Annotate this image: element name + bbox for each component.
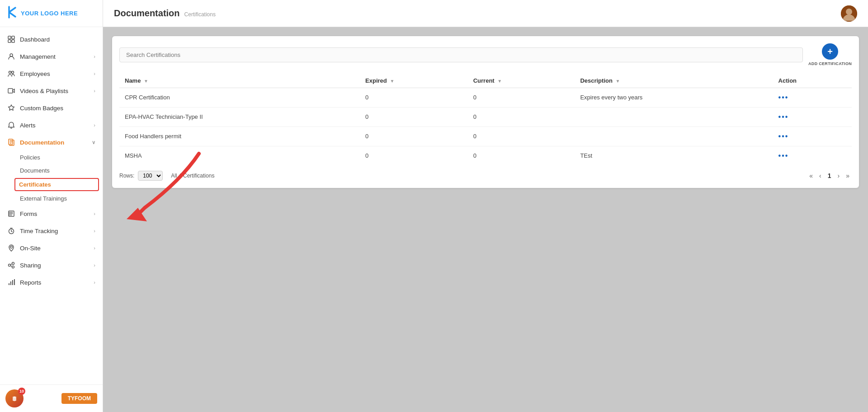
cell-expired: 0 <box>360 88 468 107</box>
col-expired[interactable]: Expired ▼ <box>360 74 468 88</box>
on-site-chevron: › <box>94 245 95 251</box>
sidebar-item-reports-label: Reports <box>20 279 41 286</box>
logo-text: YOUR LOGO HERE <box>21 10 78 17</box>
management-chevron: › <box>94 54 95 59</box>
sidebar-item-forms-label: Forms <box>20 211 37 217</box>
cell-action: ••• <box>773 146 852 165</box>
sidebar-item-employees[interactable]: Employees › <box>0 65 103 82</box>
main-content: Documentation Certifications + ADD CERTI… <box>103 0 868 412</box>
documentation-chevron: ∨ <box>92 140 95 145</box>
dashboard-icon <box>7 35 15 43</box>
add-button-label: ADD CERTIFICATION <box>808 61 852 66</box>
cell-action: ••• <box>773 107 852 126</box>
tyfoom-icon-wrap[interactable]: 10 <box>5 389 24 407</box>
cell-name: Food Handlers permit <box>119 126 360 146</box>
page-title: Documentation <box>114 8 180 19</box>
cell-description: Expires every two years <box>575 88 773 107</box>
svg-rect-3 <box>12 40 14 42</box>
svg-rect-21 <box>14 279 15 285</box>
svg-point-15 <box>9 264 11 267</box>
header-title-wrap: Documentation Certifications <box>114 8 216 19</box>
cell-description: TEst <box>575 146 773 165</box>
sidebar-item-dashboard[interactable]: Dashboard <box>0 31 103 48</box>
svg-rect-18 <box>9 283 9 285</box>
tyfoom-badge: 10 <box>18 388 25 395</box>
svg-point-16 <box>12 262 14 265</box>
sidebar-item-sharing[interactable]: Sharing › <box>0 257 103 274</box>
sidebar-item-reports[interactable]: Reports › <box>0 274 103 291</box>
prev-page-button[interactable]: ‹ <box>817 171 824 180</box>
action-menu-button[interactable]: ••• <box>778 132 789 140</box>
cell-current: 0 <box>468 107 575 126</box>
logo[interactable]: YOUR LOGO HERE <box>0 0 103 27</box>
sidebar-item-documentation[interactable]: Documentation ∨ <box>0 134 103 151</box>
svg-rect-20 <box>12 280 13 285</box>
sidebar-item-documentation-label: Documentation <box>20 139 64 146</box>
reports-icon <box>7 278 15 286</box>
next-page-button[interactable]: › <box>835 171 842 180</box>
table-row: CPR Certification 0 0 Expires every two … <box>119 88 852 107</box>
sidebar-item-time-tracking[interactable]: Time Tracking › <box>0 222 103 239</box>
forms-chevron: › <box>94 211 95 216</box>
table-row: Food Handlers permit 0 0 ••• <box>119 126 852 146</box>
svg-point-14 <box>10 246 13 248</box>
sidebar-item-videos[interactable]: Videos & Playlists › <box>0 82 103 99</box>
col-action: Action <box>773 74 852 88</box>
name-sort-icon: ▼ <box>144 79 148 84</box>
sidebar: YOUR LOGO HERE Dashboard M <box>0 0 103 412</box>
col-name[interactable]: Name ▼ <box>119 74 360 88</box>
sidebar-item-management[interactable]: Management › <box>0 48 103 65</box>
svg-point-23 <box>13 397 16 400</box>
svg-rect-1 <box>12 36 14 39</box>
videos-icon <box>7 87 15 95</box>
sidebar-subitem-certificates[interactable]: Certificates <box>14 178 99 191</box>
cell-action: ••• <box>773 88 852 107</box>
svg-point-11 <box>9 213 10 214</box>
last-page-button[interactable]: » <box>844 171 852 180</box>
on-site-icon <box>7 244 15 252</box>
col-description[interactable]: Description ▼ <box>575 74 773 88</box>
sidebar-item-videos-label: Videos & Playlists <box>20 88 68 94</box>
col-current[interactable]: Current ▼ <box>468 74 575 88</box>
logo-icon <box>7 6 17 21</box>
management-icon <box>7 52 15 61</box>
sidebar-item-custom-badges-label: Custom Badges <box>20 105 63 112</box>
sidebar-subitem-external-trainings[interactable]: External Trainings <box>0 192 103 205</box>
sidebar-subitem-documents-label: Documents <box>20 167 50 174</box>
avatar[interactable] <box>841 5 857 22</box>
documentation-icon <box>7 138 15 146</box>
svg-point-6 <box>12 71 14 74</box>
page-1-button[interactable]: 1 <box>826 171 834 180</box>
first-page-button[interactable]: « <box>807 171 815 180</box>
sidebar-item-forms[interactable]: Forms › <box>0 205 103 222</box>
svg-point-4 <box>10 54 13 56</box>
action-menu-button[interactable]: ••• <box>778 94 789 102</box>
time-tracking-chevron: › <box>94 228 95 234</box>
cell-description <box>575 126 773 146</box>
cell-current: 0 <box>468 88 575 107</box>
sidebar-nav: Dashboard Management › <box>0 27 103 384</box>
search-input[interactable] <box>119 47 803 62</box>
sidebar-subitem-documents[interactable]: Documents <box>0 164 103 177</box>
rows-select[interactable]: 100 50 25 <box>138 171 163 181</box>
svg-rect-0 <box>8 36 11 39</box>
sidebar-subitem-policies[interactable]: Policies <box>0 151 103 164</box>
cell-current: 0 <box>468 146 575 165</box>
action-menu-button[interactable]: ••• <box>778 113 789 121</box>
sidebar-item-on-site[interactable]: On-Site › <box>0 239 103 257</box>
reports-chevron: › <box>94 280 95 285</box>
pagination-buttons: « ‹ 1 › » <box>807 171 852 180</box>
action-menu-button[interactable]: ••• <box>778 152 789 160</box>
sidebar-item-alerts[interactable]: Alerts › <box>0 117 103 134</box>
videos-chevron: › <box>94 88 95 94</box>
tyfoom-button[interactable]: TYFOOM <box>61 393 97 404</box>
cell-action: ••• <box>773 126 852 146</box>
sharing-icon <box>7 261 15 269</box>
add-certification-button[interactable]: + ADD CERTIFICATION <box>808 43 852 66</box>
search-add-row: + ADD CERTIFICATION <box>119 43 852 66</box>
certifications-table: Name ▼ Expired ▼ Current ▼ Description <box>119 74 852 165</box>
svg-rect-2 <box>8 40 11 42</box>
employees-icon <box>7 70 15 78</box>
expired-sort-icon: ▼ <box>390 79 394 84</box>
sidebar-item-custom-badges[interactable]: Custom Badges <box>0 99 103 117</box>
